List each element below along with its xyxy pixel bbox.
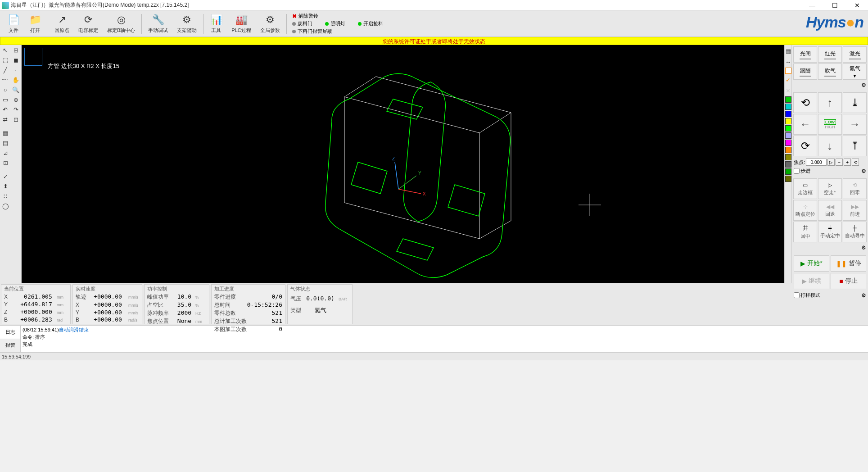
follow-button[interactable]: 跟随 [793,64,817,80]
down-button[interactable]: ↓ [818,136,842,156]
pause-button[interactable]: ❚❚暂停 [831,255,866,272]
folder-icon: 📁 [29,14,41,26]
array-tool[interactable]: ∷ [0,191,11,201]
play-icon: ▷ [828,182,832,188]
measure-tool[interactable]: ⊿ [0,148,11,158]
color-swatch[interactable] [785,176,791,182]
node-tool[interactable]: ⬚ [0,55,11,65]
point-tool[interactable]: · [11,65,22,75]
dot-tool[interactable]: ◯ [0,201,11,211]
circle-tool[interactable]: ○ [0,85,11,95]
maximize-button[interactable]: ☐ [826,1,844,10]
z-down-button[interactable]: ⤒ [843,136,867,156]
open-button[interactable]: 📁打开 [24,12,46,36]
frame-button[interactable]: ▭走边框 [793,178,817,199]
right-button[interactable]: → [843,114,867,135]
handcenter-icon: ┿ [828,225,832,231]
color-swatch[interactable] [785,104,791,110]
color-swatch[interactable] [785,132,791,139]
undo-tool[interactable]: ↶ [0,104,11,114]
rotate-ccw-button[interactable]: ⟲ [793,92,817,113]
3d-viewport[interactable]: 方管 边长30 X R2 X 长度15 X Y Z [22,45,784,283]
color-swatch[interactable] [785,68,791,74]
grid-tool[interactable]: ⊞ [11,45,22,55]
center-button[interactable]: 井回中 [793,222,817,242]
blow-button[interactable]: 吹气 [818,64,842,80]
gear-icon[interactable]: ⚙ [861,168,866,174]
focus-minus-button[interactable]: − [836,159,843,166]
home-button[interactable]: ↗回原点 [50,12,74,36]
left-button[interactable]: ← [793,114,817,135]
select-tool[interactable]: ↖ [0,45,11,55]
shield-row[interactable]: 下料门报警屏蔽 [292,28,383,35]
redo-tool[interactable]: ↷ [11,104,22,114]
group-tool[interactable]: ⊡ [11,114,22,124]
color-swatch[interactable] [785,125,791,132]
focus-go-button[interactable]: ▷ [827,159,835,166]
focus-reset-button[interactable]: ⟲ [852,159,859,166]
redlight-button[interactable]: 红光 [818,46,842,63]
capacitance-button[interactable]: ⟳电容标定 [74,12,103,36]
speed-toggle[interactable]: LOWHIGH [818,114,842,135]
laser-button[interactable]: 激光 [843,46,867,63]
nitrogen-button[interactable]: 氮气▼ [843,64,867,80]
expand-tool[interactable]: ⤢ [0,171,11,181]
alarm-row[interactable]: ✖解除警铃 [292,13,383,19]
start-button[interactable]: ▶开始* [794,255,829,272]
extrude-tool[interactable]: ⬍ [0,181,11,191]
status-panels: 当前位置 X-0261.005mm Y+6449.817mm Z+0000.00… [0,283,868,325]
shutter-button[interactable]: 光闸 [793,46,817,63]
alarm-tab[interactable]: 报警 [0,339,20,353]
close-button[interactable]: ✕ [848,1,866,10]
color-swatch[interactable] [785,161,791,168]
slice-tool[interactable]: ▤ [0,138,11,148]
square-tool[interactable]: ◼ [11,55,22,65]
up-button[interactable]: ↑ [818,92,842,113]
gear-icon[interactable]: ⚙ [861,245,866,251]
view-cube[interactable] [24,48,42,66]
file-button[interactable]: 📄文件 [3,12,24,36]
layer-tool[interactable]: ▦ [0,128,11,138]
curve-tool[interactable]: 〰 [0,75,11,85]
step-checkbox[interactable] [794,168,800,174]
baxis-button[interactable]: ◎标定B轴中心 [103,12,140,36]
hand-center-button[interactable]: ┿手动定中 [818,222,842,242]
capacitance-icon: ⟳ [82,14,95,26]
color-swatch[interactable] [785,168,791,175]
breakpoint-button[interactable]: ⊹断点定位 [793,200,817,221]
forward-button[interactable]: ▶▶前进 [843,200,867,221]
color-swatch[interactable] [785,118,791,124]
z-up-button[interactable]: ⤓ [843,92,867,113]
plc-button[interactable]: 🏭PLC过程 [227,12,255,36]
color-swatch[interactable] [785,96,791,103]
auto-center-button[interactable]: ╪自动寻中 [843,222,867,242]
line-tool[interactable]: ╱ [0,65,11,75]
bottom-status-bar: 15:59:54:199 [0,352,868,360]
tools-button[interactable]: 📊工具 [205,12,227,36]
text-tool[interactable]: ⊡ [0,158,11,168]
main-area: ↖⊞ ⬚◼ ╱· 〰✋ ○🔍 ▭⊕ ↶↷ ⇄⊡ ▦ ▤ ⊿ ⊡ ⤢ ⬍ ∷ ◯ … [0,45,868,283]
zero-button[interactable]: ⟲回零 [843,178,867,199]
color-swatch[interactable] [785,154,791,160]
focus-input[interactable] [806,159,827,166]
log-tab[interactable]: 日志 [0,326,20,339]
fit-tool[interactable]: ⊕ [11,95,22,104]
mirror-tool[interactable]: ⇄ [0,114,11,124]
pan-tool[interactable]: ✋ [11,75,22,85]
back-button[interactable]: ◀◀回退 [818,200,842,221]
support-button[interactable]: ⚙支架随动 [172,12,201,36]
zoom-tool[interactable]: 🔍 [11,85,22,95]
manual-button[interactable]: 🔧手动调试 [144,12,172,36]
gear-icon[interactable]: ⚙ [861,82,866,88]
global-button[interactable]: ⚙全局参数 [256,12,285,36]
focus-plus-button[interactable]: + [844,159,851,166]
color-swatch[interactable] [785,140,791,146]
rotate-cw-button[interactable]: ⟳ [793,136,817,156]
dryrun-button[interactable]: ▷空走* [818,178,842,199]
color-swatch[interactable] [785,111,791,117]
step-row: 步进 ⚙ [792,167,868,175]
color-swatch[interactable] [785,147,791,153]
minimize-button[interactable]: — [803,1,821,10]
svg-marker-1 [351,162,387,194]
rect-tool[interactable]: ▭ [0,95,11,104]
